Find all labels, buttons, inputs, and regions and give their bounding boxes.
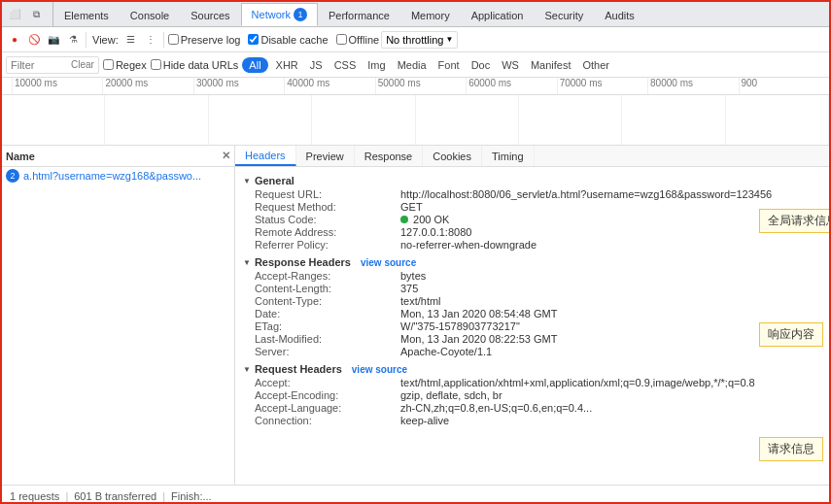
offline-checkbox[interactable]: Offline	[336, 34, 380, 46]
list-view-button[interactable]: ☰	[122, 31, 140, 49]
tab-cookies[interactable]: Cookies	[423, 146, 482, 166]
resp-header-2: Content-Type: text/html	[243, 295, 821, 307]
tab-timing[interactable]: Timing	[482, 146, 535, 166]
filter-input-wrap: Clear	[6, 56, 99, 74]
devtools-icons: ⬜ ⧉	[6, 2, 53, 26]
timeline-mark-2: 30000 ms	[193, 78, 284, 94]
tab-audits[interactable]: Audits	[594, 3, 645, 26]
circle-indicator: 1	[294, 8, 307, 21]
filter-media[interactable]: Media	[394, 58, 431, 72]
response-headers-section-header: ▼ Response Headers view source	[243, 256, 821, 268]
filter-xhr[interactable]: XHR	[272, 58, 302, 72]
timeline-graph	[2, 95, 829, 146]
tab-preview[interactable]: Preview	[296, 146, 355, 166]
timeline-mark-0: 10000 ms	[12, 78, 102, 94]
filter-img[interactable]: Img	[364, 58, 389, 72]
filter-doc[interactable]: Doc	[467, 58, 495, 72]
triangle-icon: ▼	[243, 177, 251, 185]
hide-data-urls-checkbox[interactable]: Hide data URLs	[151, 59, 239, 71]
chevron-down-icon: ▼	[445, 35, 453, 44]
request-name: a.html?username=wzg168&passwo...	[23, 170, 201, 182]
request-headers-section-header: ▼ Request Headers view source	[243, 363, 821, 375]
general-method-row: Request Method: GET	[243, 201, 821, 213]
clear-button[interactable]: 🚫	[25, 31, 43, 49]
response-headers-view-source[interactable]: view source	[361, 257, 416, 268]
filter-font[interactable]: Font	[434, 58, 464, 72]
tab-elements[interactable]: Elements	[53, 3, 120, 26]
req-header-0: Accept: text/html,application/xhtml+xml,…	[243, 377, 821, 388]
throttle-select[interactable]: No throttling ▼	[381, 31, 458, 49]
filter-bar: Clear Regex Hide data URLs All XHR JS CS…	[2, 52, 829, 78]
details-content: ▼ General Request URL: http://localhost:…	[235, 167, 829, 485]
resp-header-6: Server: Apache-Coyote/1.1	[243, 346, 821, 357]
annotation-box-request-info: 全局请求信息	[759, 209, 829, 233]
req-header-3: Connection: keep-alive	[243, 415, 821, 426]
name-column-label: Name	[6, 151, 35, 162]
annotation-box-request-details: 请求信息	[759, 437, 823, 461]
filter-js[interactable]: JS	[306, 58, 327, 72]
status-requests: 1 requests	[10, 490, 59, 502]
request-number: 2	[6, 169, 19, 183]
resp-header-1: Content-Length: 375	[243, 283, 821, 294]
resp-header-5: Last-Modified: Mon, 13 Jan 2020 08:22:53…	[243, 333, 821, 345]
tab-console[interactable]: Console	[120, 3, 180, 26]
regex-checkbox[interactable]: Regex	[103, 59, 147, 71]
tab-sources[interactable]: Sources	[180, 3, 240, 26]
triangle-icon-3: ▼	[243, 365, 251, 374]
timeline-mark-1: 20000 ms	[102, 78, 192, 94]
req-header-2: Accept-Language: zh-CN,zh;q=0.8,en-US;q=…	[243, 402, 821, 414]
status-finish: Finish:...	[171, 490, 212, 502]
resp-header-4: ETag: W/"375-1578903773217"	[243, 320, 821, 332]
view-label: View:	[92, 34, 119, 46]
timeline-ruler: 10000 ms 20000 ms 30000 ms 40000 ms 5000…	[2, 78, 829, 95]
grid-view-button[interactable]: ⋮	[142, 31, 159, 49]
filter-input[interactable]	[11, 59, 69, 71]
filter-manifest[interactable]: Manifest	[527, 58, 575, 72]
network-toolbar: ● 🚫 📷 ⚗ View: ☰ ⋮ Preserve log Disable c…	[2, 27, 829, 52]
camera-button[interactable]: 📷	[45, 31, 62, 49]
top-tab-bar: ⬜ ⧉ Elements Console Sources Network 1 P…	[2, 2, 829, 27]
close-panel-button[interactable]: ✕	[222, 150, 230, 162]
annotation-box-response-content: 响应内容	[759, 322, 823, 347]
tab-network[interactable]: Network 1	[241, 3, 318, 26]
filter-other[interactable]: Other	[579, 58, 614, 72]
triangle-icon-2: ▼	[243, 258, 251, 267]
status-transferred: 601 B transferred	[74, 490, 156, 502]
filter-ws[interactable]: WS	[498, 58, 523, 72]
tab-performance[interactable]: Performance	[318, 3, 400, 26]
preserve-log-checkbox[interactable]: Preserve log	[168, 34, 241, 46]
filter-button[interactable]: ⚗	[64, 31, 82, 49]
sep1	[86, 32, 87, 48]
tab-memory[interactable]: Memory	[400, 3, 461, 26]
filter-all[interactable]: All	[242, 57, 267, 73]
dock-icon[interactable]: ⬜	[6, 6, 23, 23]
filter-clear-button[interactable]: Clear	[71, 59, 94, 70]
resp-header-3: Date: Mon, 13 Jan 2020 08:54:48 GMT	[243, 308, 821, 319]
annotation-request-info: 全局请求信息	[759, 214, 817, 227]
tab-application[interactable]: Application	[461, 3, 535, 26]
status-bar: 1 requests | 601 B transferred | Finish:…	[2, 485, 829, 504]
tab-headers[interactable]: Headers	[235, 146, 296, 166]
request-item[interactable]: 2 a.html?username=wzg168&passwo...	[2, 167, 234, 185]
timeline-mark-5: 60000 ms	[466, 78, 556, 94]
timeline-mark-7: 80000 ms	[647, 78, 738, 94]
annotation-request-details: 请求信息	[759, 442, 817, 455]
annotation-response-content: 响应内容	[759, 327, 817, 341]
tab-response[interactable]: Response	[355, 146, 424, 166]
sep2	[163, 32, 164, 48]
left-panel: Name ✕ 2 a.html?username=wzg168&passwo..…	[2, 146, 235, 485]
timeline-mark-4: 50000 ms	[375, 78, 466, 94]
left-panel-header: Name ✕	[2, 146, 234, 167]
general-status-row: Status Code: 200 OK	[243, 214, 821, 225]
disable-cache-checkbox[interactable]: Disable cache	[248, 34, 328, 46]
main-content: Name ✕ 2 a.html?username=wzg168&passwo..…	[2, 146, 829, 485]
timeline-mark-6: 70000 ms	[557, 78, 647, 94]
filter-css[interactable]: CSS	[330, 58, 361, 72]
timeline-mark-3: 40000 ms	[284, 78, 374, 94]
req-header-1: Accept-Encoding: gzip, deflate, sdch, br	[243, 389, 821, 401]
undock-icon[interactable]: ⧉	[27, 6, 45, 23]
tab-security[interactable]: Security	[534, 3, 594, 26]
general-referrer-row: Referrer Policy: no-referrer-when-downgr…	[243, 239, 821, 251]
request-headers-view-source[interactable]: view source	[352, 364, 407, 375]
record-button[interactable]: ●	[6, 31, 23, 49]
